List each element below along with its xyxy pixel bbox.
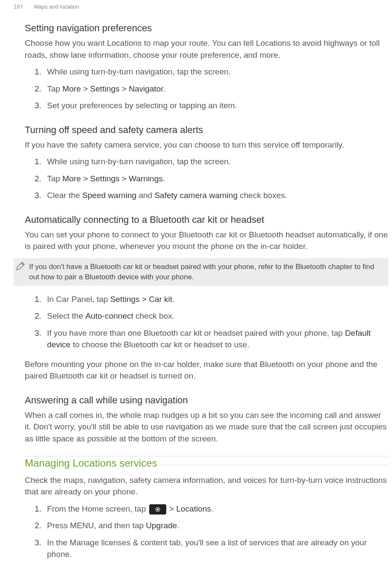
step-item: While using turn-by-turn navigation, tap… — [44, 156, 389, 168]
step-item: If you have more than one Bluetooth car … — [44, 327, 389, 351]
step-item: Select the Auto-connect check box. — [44, 310, 389, 322]
ui-label: Speed warning — [82, 191, 136, 200]
step-item: Tap More > Settings > Navigator. — [44, 83, 389, 95]
ui-label: Safety camera warning — [154, 191, 237, 200]
note-text: If you don't have a Bluetooth car kit or… — [29, 263, 374, 281]
intro-paragraph: Choose how you want Locations to map you… — [25, 37, 389, 61]
ui-path: More > Settings > Warnings — [62, 174, 163, 183]
step-item: Tap More > Settings > Warnings. — [44, 173, 389, 185]
heading-answering-call: Answering a call while using navigation — [25, 395, 389, 406]
intro-paragraph: When a call comes in, the whole map nudg… — [25, 409, 389, 445]
ui-path: Settings > Car kit — [110, 295, 172, 304]
outro-paragraph: Before mounting your phone on the in-car… — [25, 358, 389, 382]
step-item: Clear the Speed warning and Safety camer… — [44, 189, 389, 201]
heading-auto-bluetooth: Automatically connecting to a Bluetooth … — [25, 214, 389, 225]
ui-label: Upgrade — [146, 521, 177, 530]
note-callout: If you don't have a Bluetooth car kit or… — [14, 258, 389, 286]
ui-path: > Locations — [167, 504, 211, 513]
running-header: 187 Maps and location — [0, 0, 392, 10]
step-item: Press MENU, and then tap Upgrade. — [44, 520, 389, 532]
intro-paragraph: You can set your phone to connect to you… — [25, 229, 389, 252]
major-section-divider: Managing Locations services — [25, 456, 389, 470]
heading-setting-navigation-preferences: Setting navigation preferences — [25, 23, 389, 34]
step-item: In the Manage licenses & content tab, yo… — [44, 537, 389, 560]
ui-path: More > Settings > Navigator — [62, 84, 164, 93]
intro-paragraph: Check the maps, navigation, safety camer… — [25, 474, 389, 498]
page-number: 187 — [14, 3, 32, 10]
steps-list: While using turn-by-turn navigation, tap… — [25, 156, 389, 201]
intro-paragraph: If you have the safety camera service, y… — [25, 139, 389, 151]
steps-list: In Car Panel, tap Settings > Car kit. Se… — [25, 293, 389, 351]
pencil-icon — [15, 261, 26, 271]
heading-managing-locations-services: Managing Locations services — [25, 457, 159, 469]
section-name: Maps and location — [34, 3, 80, 10]
step-item: Set your preferences by selecting or tap… — [44, 100, 389, 112]
step-item: While using turn-by-turn navigation, tap… — [44, 66, 389, 78]
heading-turning-off-alerts: Turning off speed and safety camera aler… — [25, 124, 389, 136]
all-apps-icon — [149, 504, 166, 515]
steps-list: While using turn-by-turn navigation, tap… — [25, 66, 389, 112]
ui-label: Auto-connect — [85, 311, 133, 320]
steps-list: From the Home screen, tap > Locations. P… — [25, 503, 389, 560]
step-item: From the Home screen, tap > Locations. — [44, 503, 389, 515]
step-item: In Car Panel, tap Settings > Car kit. — [44, 293, 389, 305]
dotted-divider — [159, 465, 389, 465]
